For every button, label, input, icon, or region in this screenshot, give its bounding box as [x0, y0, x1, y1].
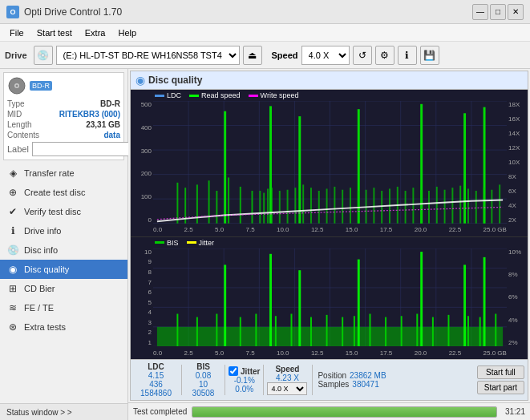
stats-divider-2	[225, 365, 225, 395]
maximize-button[interactable]: □	[490, 4, 506, 20]
nav-create-test-disc[interactable]: ⊕ Create test disc	[0, 183, 127, 202]
legend-jitter: Jitter	[187, 239, 215, 247]
svg-rect-60	[459, 186, 461, 224]
svg-rect-94	[275, 316, 277, 346]
bottom-chart-y-left: 1 2 3 4 5 6 7 8 9 10	[131, 248, 153, 346]
bottom-chart-legend: BIS Jitter	[155, 239, 214, 247]
disc-mid-row: MID RITEKBR3 (000)	[7, 109, 120, 119]
settings-button[interactable]: ⚙	[375, 46, 394, 65]
minimize-button[interactable]: —	[472, 4, 488, 20]
svg-rect-89	[420, 252, 423, 346]
svg-rect-81	[157, 327, 503, 346]
svg-rect-86	[269, 254, 272, 346]
drive-select[interactable]: (E:) HL-DT-ST BD-RE WH16NS58 TST4	[56, 46, 240, 65]
jitter-color-swatch	[187, 241, 196, 244]
cd-bier-icon: ⊞	[6, 283, 19, 294]
disc-panel-icon	[7, 76, 26, 95]
svg-rect-34	[263, 193, 265, 224]
drive-label: Drive	[5, 50, 27, 60]
bottom-chart-x-labels: 0.0 2.5 5.0 7.5 10.0 12.5 15.0 17.5 20.0…	[153, 346, 507, 359]
svg-rect-31	[463, 113, 466, 223]
menu-extra[interactable]: Extra	[79, 26, 112, 39]
transfer-rate-icon: ◈	[6, 168, 19, 179]
ldc-total: 1584860	[140, 389, 172, 398]
close-button[interactable]: ✕	[508, 4, 524, 20]
svg-rect-99	[354, 316, 355, 346]
stats-divider-4	[312, 365, 313, 395]
top-chart-svg	[153, 101, 507, 224]
jitter-checkbox-row: Jitter	[229, 366, 260, 376]
nav-disc-quality[interactable]: ◉ Disc quality	[0, 260, 127, 279]
nav-verify-test-disc[interactable]: ✔ Verify test disc	[0, 202, 127, 221]
stats-bar: LDC 4.15 436 1584860 BIS 0.08 10 30508	[131, 359, 528, 400]
bis-total: 30508	[192, 389, 215, 398]
speed-select[interactable]: 4.0 X	[301, 46, 350, 65]
start-part-button[interactable]: Start part	[477, 381, 524, 394]
drive-info-icon: ℹ	[6, 225, 19, 236]
stats-bis: BIS 0.08 10 30508	[185, 362, 221, 398]
svg-rect-25	[252, 191, 253, 224]
svg-rect-58	[444, 190, 446, 224]
stats-jitter-section: Jitter -0.1% 0.0%	[229, 366, 260, 394]
svg-rect-107	[479, 317, 481, 346]
nav-disc-info[interactable]: 💿 Disc info	[0, 240, 127, 260]
svg-rect-57	[436, 187, 438, 224]
menu-help[interactable]: Help	[111, 26, 143, 39]
nav-fe-te[interactable]: ≋ FE / TE	[0, 298, 127, 317]
menu-file[interactable]: File	[3, 26, 30, 39]
svg-rect-59	[451, 188, 453, 224]
menu-start-test[interactable]: Start test	[30, 26, 79, 39]
top-chart-x-labels: 0.0 2.5 5.0 7.5 10.0 12.5 15.0 17.5 20.0…	[153, 224, 507, 236]
svg-rect-23	[228, 177, 229, 223]
svg-rect-41	[310, 188, 312, 224]
svg-rect-24	[240, 187, 241, 224]
write-speed-color	[249, 95, 258, 97]
stats-divider-1	[181, 365, 182, 395]
info-button[interactable]: ℹ	[398, 46, 417, 65]
content-area: ◉ Disc quality LDC Read	[128, 69, 530, 420]
svg-rect-22	[216, 191, 217, 224]
svg-rect-50	[381, 191, 382, 224]
nav-transfer-rate[interactable]: ◈ Transfer rate	[0, 164, 127, 183]
bis-header: BIS	[196, 362, 210, 371]
disc-quality-icon: ◉	[6, 264, 19, 275]
speed-stat-label: Speed	[275, 365, 299, 374]
nav-cd-bier[interactable]: ⊞ CD Bier	[0, 279, 127, 298]
start-full-button[interactable]: Start full	[477, 365, 524, 379]
top-chart-legend: LDC Read speed Write speed	[155, 91, 298, 99]
svg-rect-91	[483, 257, 486, 346]
eject-button[interactable]: ⏏	[243, 46, 262, 65]
speed-stat-value: 4.23 X	[276, 374, 299, 382]
disc-label-input[interactable]	[32, 142, 139, 156]
ldc-avg: 4.15	[148, 371, 164, 380]
progress-bar	[192, 407, 496, 417]
ldc-color	[155, 95, 164, 97]
jitter-label: Jitter	[241, 367, 260, 376]
svg-rect-37	[279, 191, 281, 224]
svg-rect-102	[401, 316, 403, 346]
svg-rect-90	[463, 265, 466, 346]
top-chart-y-left: 0 100 200 300 400 500	[131, 101, 153, 224]
svg-rect-105	[448, 315, 450, 346]
svg-rect-103	[416, 313, 418, 346]
status-window-button[interactable]: Status window > >	[0, 403, 127, 420]
refresh-button[interactable]: ↺	[353, 46, 372, 65]
drive-icon-btn[interactable]: 💿	[34, 46, 53, 65]
charts-area: LDC Read speed Write speed 0	[131, 90, 528, 359]
svg-point-2	[16, 85, 18, 87]
nav-drive-info[interactable]: ℹ Drive info	[0, 221, 127, 240]
speed-stat-select[interactable]: 4.0 X	[267, 382, 307, 395]
disc-label-row: Label ★	[7, 142, 120, 156]
svg-rect-106	[467, 316, 469, 346]
svg-rect-84	[216, 313, 217, 346]
svg-rect-55	[420, 190, 422, 224]
save-button[interactable]: 💾	[420, 46, 439, 65]
svg-rect-44	[334, 187, 335, 224]
samples-label: Samples	[318, 380, 349, 389]
svg-rect-36	[271, 188, 273, 224]
svg-rect-85	[224, 265, 226, 346]
jitter-checkbox[interactable]	[229, 366, 238, 376]
svg-rect-97	[326, 315, 328, 346]
disc-info-icon: 💿	[6, 244, 19, 256]
nav-extra-tests[interactable]: ⊛ Extra tests	[0, 317, 127, 337]
